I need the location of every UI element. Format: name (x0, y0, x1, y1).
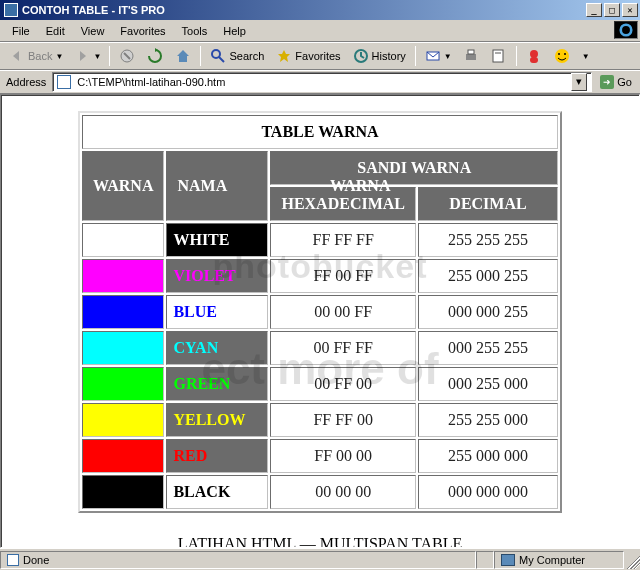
mail-icon (425, 48, 441, 64)
home-icon (175, 48, 191, 64)
favorites-icon (276, 48, 292, 64)
history-label: History (372, 50, 406, 62)
window-title: CONTOH TABLE - IT'S PRO (22, 4, 586, 16)
color-name: CYAN (166, 331, 268, 365)
minimize-button[interactable]: _ (586, 3, 602, 17)
color-name: BLACK (166, 475, 268, 509)
favorites-label: Favorites (295, 50, 340, 62)
home-button[interactable] (170, 45, 196, 67)
separator (109, 46, 110, 66)
hex-value: 00 00 00 (270, 475, 416, 509)
ie-throbber-icon (614, 21, 638, 39)
stop-button[interactable] (114, 45, 140, 67)
dec-value: 000 255 000 (418, 367, 558, 401)
hex-value: FF 00 FF (270, 259, 416, 293)
table-row: GREEN00 FF 00000 255 000 (82, 367, 558, 401)
address-input[interactable] (75, 75, 567, 89)
hex-value: 00 FF 00 (270, 367, 416, 401)
menu-edit[interactable]: Edit (38, 22, 73, 40)
extra-button[interactable]: ▼ (577, 49, 594, 64)
table-title: TABLE WARNA (82, 115, 558, 149)
back-button[interactable]: Back ▼ (4, 45, 67, 67)
chevron-down-icon: ▼ (582, 52, 589, 61)
status-text: Done (23, 554, 49, 566)
edit-icon (491, 48, 507, 64)
color-swatch (82, 403, 164, 437)
menu-file[interactable]: File (4, 22, 38, 40)
hex-value: FF 00 00 (270, 439, 416, 473)
color-name: VIOLET (166, 259, 268, 293)
print-icon (463, 48, 479, 64)
separator (200, 46, 201, 66)
yahoo-button[interactable] (549, 45, 575, 67)
dec-value: 255 255 000 (418, 403, 558, 437)
address-dropdown[interactable]: ▾ (571, 73, 587, 91)
menubar: File Edit View Favorites Tools Help (0, 20, 640, 42)
menu-help[interactable]: Help (215, 22, 254, 40)
edit-button[interactable] (486, 45, 512, 67)
mail-button[interactable]: ▼ (420, 45, 456, 67)
color-name: RED (166, 439, 268, 473)
page-viewport[interactable]: TABLE WARNA WARNA NAMA WARNA SANDI WARNA… (0, 94, 640, 548)
color-swatch (82, 475, 164, 509)
svg-point-3 (212, 50, 220, 58)
status-mid-pane (476, 551, 494, 569)
toolbar: Back ▼ ▼ Search Favorites (0, 42, 640, 70)
col-warna-header: WARNA (82, 151, 164, 221)
color-swatch (82, 367, 164, 401)
status-bar: Done My Computer (0, 548, 640, 570)
svg-rect-9 (493, 50, 503, 62)
resize-grip[interactable] (624, 551, 640, 569)
go-button[interactable]: ➜ Go (596, 73, 636, 91)
history-icon (353, 48, 369, 64)
table-row: BLUE00 00 FF000 000 255 (82, 295, 558, 329)
table-row: BLACK00 00 00000 000 000 (82, 475, 558, 509)
color-name: GREEN (166, 367, 268, 401)
table-row: CYAN00 FF FF000 255 255 (82, 331, 558, 365)
back-arrow-icon (9, 48, 25, 64)
yahoo-icon (554, 48, 570, 64)
computer-icon (501, 554, 515, 566)
svg-rect-7 (466, 54, 476, 60)
col-nama-text: NAMA WARNA (177, 177, 257, 195)
search-button[interactable]: Search (205, 45, 269, 67)
hex-value: 00 FF FF (270, 331, 416, 365)
chevron-down-icon: ▼ (93, 52, 100, 61)
status-zone-pane: My Computer (494, 551, 624, 569)
search-label: Search (229, 50, 264, 62)
table-row: YELLOWFF FF 00255 255 000 (82, 403, 558, 437)
menu-favorites[interactable]: Favorites (112, 22, 173, 40)
page-icon (57, 75, 71, 89)
ie-icon (4, 3, 18, 17)
color-swatch (82, 295, 164, 329)
svg-point-13 (555, 49, 569, 63)
separator (415, 46, 416, 66)
print-button[interactable] (458, 45, 484, 67)
dec-value: 255 255 255 (418, 223, 558, 257)
forward-button[interactable]: ▼ (69, 45, 105, 67)
history-button[interactable]: History (348, 45, 411, 67)
color-swatch (82, 331, 164, 365)
close-button[interactable]: ✕ (622, 3, 638, 17)
favorites-button[interactable]: Favorites (271, 45, 345, 67)
hex-value: 00 00 FF (270, 295, 416, 329)
svg-line-4 (219, 57, 224, 62)
dec-value: 255 000 255 (418, 259, 558, 293)
maximize-button[interactable]: □ (604, 3, 620, 17)
forward-arrow-icon (74, 48, 90, 64)
page-caption: LATIHAN HTML — MULTISPAN TABLE (1, 535, 639, 548)
menu-view[interactable]: View (73, 22, 113, 40)
hex-value: FF FF 00 (270, 403, 416, 437)
color-name: BLUE (166, 295, 268, 329)
color-swatch (82, 223, 164, 257)
col-nama-header: NAMA WARNA (166, 151, 268, 221)
refresh-icon (147, 48, 163, 64)
messenger-button[interactable] (521, 45, 547, 67)
separator (516, 46, 517, 66)
menu-tools[interactable]: Tools (174, 22, 216, 40)
search-icon (210, 48, 226, 64)
color-swatch (82, 439, 164, 473)
address-field-wrap: ▾ (52, 72, 592, 92)
refresh-button[interactable] (142, 45, 168, 67)
color-name: WHITE (166, 223, 268, 257)
